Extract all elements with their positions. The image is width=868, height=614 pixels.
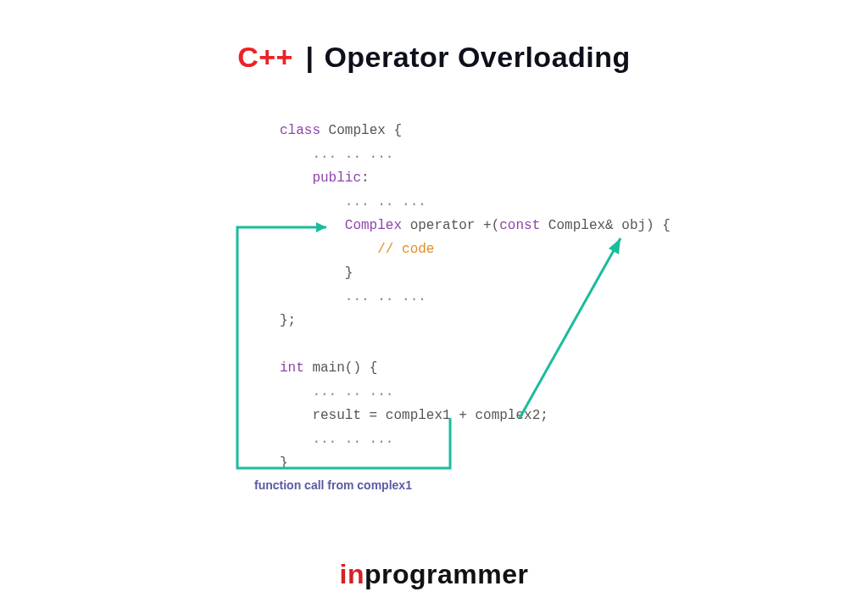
title-cpp: C++ xyxy=(237,41,293,73)
annotation-label: function call from complex1 xyxy=(254,478,412,492)
code-ellipsis: ... .. ... xyxy=(280,289,426,304)
code-text: main() { xyxy=(304,360,377,376)
brand-logo: inprogrammer xyxy=(0,559,868,590)
brand-prefix: in xyxy=(340,559,364,589)
code-ellipsis: ... .. ... xyxy=(280,147,393,162)
code-keyword-public: public xyxy=(280,170,361,186)
code-ellipsis: ... .. ... xyxy=(280,194,426,209)
code-keyword-class: class xyxy=(280,123,320,138)
code-type-complex: Complex xyxy=(280,218,402,233)
code-text: } xyxy=(280,265,353,281)
brand-rest: programmer xyxy=(364,559,529,589)
title-separator: | xyxy=(305,41,314,73)
code-ellipsis: ... .. ... xyxy=(280,384,393,399)
title-main: Operator Overloading xyxy=(324,41,630,73)
code-text: } xyxy=(280,455,288,471)
code-text: }; xyxy=(280,313,296,328)
code-block: class Complex { ... .. ... public: ... .… xyxy=(280,119,670,475)
code-ellipsis: ... .. ... xyxy=(280,432,393,447)
code-text: Complex { xyxy=(320,123,402,138)
page-title: C++ | Operator Overloading xyxy=(0,41,868,74)
code-comment: // code xyxy=(280,242,434,257)
code-keyword-const: const xyxy=(499,218,540,233)
code-keyword-int: int xyxy=(280,360,304,376)
code-text: operator +( xyxy=(402,218,499,233)
code-text: Complex& obj) { xyxy=(540,218,670,233)
code-text: : xyxy=(361,170,370,186)
code-line-result: result = complex1 + complex2; xyxy=(280,408,548,423)
